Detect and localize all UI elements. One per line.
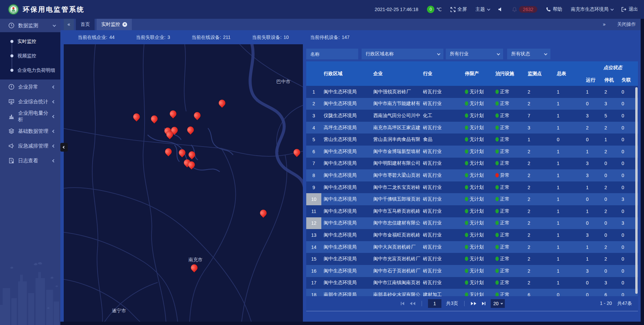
region-select[interactable]: 行政区域名称 — [362, 49, 443, 59]
next-page-button[interactable] — [471, 301, 477, 306]
cell-running: 1 — [584, 209, 602, 214]
tab-home[interactable]: 首页 — [76, 19, 95, 30]
chevron-left-icon — [52, 100, 56, 103]
status-dot-icon — [495, 90, 499, 94]
cell-company: 南部县砂化水泥有限公 — [371, 292, 421, 296]
table-row[interactable]: 12阆中生态环境局阆中市忠信建材有限公砖瓦行业无计划正常21003 — [306, 217, 638, 229]
mute-button[interactable] — [498, 7, 503, 12]
table-row[interactable]: 3仪陇生态环境局西南油气田分公司川中化工无计划正常71350 — [306, 110, 638, 122]
cell-pollution-facility: 正常 — [493, 280, 525, 286]
status-dot-icon — [465, 257, 468, 261]
table-row[interactable]: 7阆中生态环境局阆中明阳建材有限公司砖瓦行业无计划正常21300 — [306, 158, 638, 170]
cell-monitor-points: 7 — [525, 113, 554, 118]
sidebar-item-7[interactable]: 日志查看 — [0, 153, 60, 168]
sidebar-item-1[interactable]: 数据监测 — [0, 19, 60, 32]
notifications[interactable]: 2632 — [512, 6, 537, 13]
col-pollution-facility: 治污设施 — [493, 71, 525, 77]
table-row[interactable]: 17阆中生态环境局阆中市江南镇阆南页岩砖瓦行业无计划正常21030 — [306, 277, 638, 289]
table-row[interactable]: 11阆中生态环境局阆中市五马桥页岩机砖砖瓦行业无计划正常21120 — [306, 205, 638, 217]
cell-industry: 砖瓦行业 — [421, 244, 463, 250]
table-row[interactable]: 14阆中生态环境局阆中大兴页岩机砖厂砖瓦行业无计划正常21120 — [306, 241, 638, 253]
cell-total-meter: 0 — [554, 137, 584, 142]
tabs-scroll-right-button[interactable]: » — [603, 22, 606, 27]
sidebar-collapse-handle[interactable] — [60, 143, 68, 152]
chevron-left-icon — [52, 144, 56, 148]
timeline-dot-icon — [10, 54, 13, 57]
cell-stopped: 2 — [602, 209, 619, 214]
status-select[interactable]: 所有状态 — [507, 49, 550, 59]
cell-stopped: 2 — [602, 185, 619, 190]
cell-pollution-facility: 异常 — [493, 172, 525, 178]
first-page-icon — [400, 301, 405, 306]
cell-monitor-points: 2 — [525, 161, 554, 166]
cell-stop-production: 无计划 — [463, 256, 493, 262]
tabs-scroll-left-button[interactable]: « — [64, 19, 74, 30]
table-row[interactable]: 4高坪生态环境局南充市高坪区王家店建砖瓦行业无计划正常31220 — [306, 122, 638, 134]
close-operations-button[interactable]: 关闭操作 — [617, 21, 636, 28]
cell-running: 0 — [584, 220, 602, 226]
table-row[interactable]: 6阆中生态环境局阆中市金博瑞新型墙材砖瓦行业无计划正常21120 — [306, 146, 638, 158]
sidebar-item-5[interactable]: 基础数据管理 — [0, 124, 60, 139]
cell-pollution-facility: 正常 — [493, 113, 525, 119]
sidebar-subitem-企业电力负荷明细[interactable]: 企业电力负荷明细 — [0, 63, 60, 77]
cell-stopped: 6 — [602, 292, 619, 296]
logout-button[interactable]: 退出 — [622, 6, 638, 12]
first-page-button[interactable] — [400, 301, 405, 306]
fullscreen-button[interactable]: 全屏 — [450, 6, 467, 12]
layers-icon — [8, 128, 14, 134]
table-scrollbar[interactable] — [635, 87, 638, 294]
table-row[interactable]: 5营山生态环境局营山县润丰肉食品有限食品无计划正常10010 — [306, 133, 638, 146]
industry-select[interactable]: 所有行业 — [446, 49, 503, 59]
table-row[interactable]: 15阆中生态环境局阆中市光富页岩机砖厂砖瓦行业无计划正常21120 — [306, 253, 638, 265]
notification-count-badge: 2632 — [519, 6, 537, 13]
chevron-left-icon — [63, 146, 65, 149]
cell-region: 仪陇生态环境局 — [321, 113, 371, 119]
fullscreen-icon — [450, 7, 455, 12]
sidebar-item-label: 基础数据管理 — [18, 128, 53, 134]
cell-region: 阆中生态环境局 — [321, 184, 371, 191]
sidebar-item-6[interactable]: 应急减排管理 — [0, 139, 60, 153]
sidebar-item-2[interactable]: 企业异常 — [0, 79, 60, 94]
close-tab-icon[interactable]: × — [122, 22, 127, 27]
cell-index: 9 — [306, 181, 321, 194]
prev-page-button[interactable] — [410, 301, 416, 306]
org-name: 南充市生态环境局 — [571, 6, 608, 12]
sidebar-subitem-实时监控[interactable]: 实时监控 — [0, 34, 60, 49]
tab-realtime-monitor[interactable]: 实时监控 × — [97, 19, 132, 30]
sidebar-item-3[interactable]: 企业综合统计 — [0, 94, 60, 109]
table-row[interactable]: 16阆中生态环境局阆中市石子页岩机砖厂砖瓦行业无计划正常21300 — [306, 265, 638, 277]
cell-pollution-facility: 正常 — [493, 244, 525, 250]
cell-index: 14 — [306, 241, 321, 253]
table-row[interactable]: 2阆中生态环境局阆中市南方节能建材有砖瓦行业无计划正常21030 — [306, 98, 638, 110]
sidebar-item-4[interactable]: 企业用电量分析 — [0, 109, 60, 124]
cell-industry: 砖瓦行业 — [421, 256, 463, 262]
chevron-left-icon — [52, 85, 56, 89]
last-page-button[interactable] — [481, 301, 486, 306]
table-row[interactable]: 1阆中生态环境局阆中强锐页岩砖厂砖瓦行业无计划正常21120 — [306, 86, 638, 98]
cell-stopped: 2 — [602, 89, 619, 95]
table-row[interactable]: 18南部生态环境局南部县砂化水泥有限公建材加工无计划正常60060 — [306, 289, 638, 296]
cell-region: 阆中生态环境局 — [321, 101, 371, 107]
theme-dropdown[interactable]: 主题 — [476, 6, 489, 12]
cell-region: 阆中生态环境局 — [321, 232, 371, 238]
cell-company: 阆中市五马桥页岩机砖 — [371, 208, 421, 214]
page-size-select[interactable]: 20 — [491, 299, 505, 308]
org-dropdown[interactable]: 南充市生态环境局 — [571, 6, 613, 12]
cell-index: 2 — [306, 98, 321, 110]
filter-bar: 行政区域名称 所有行业 所有状态 — [306, 49, 638, 59]
cell-total-meter: 1 — [554, 101, 584, 106]
help-button[interactable]: 帮助 — [546, 6, 562, 12]
city-label-遂宁市: 遂宁市 — [112, 308, 126, 314]
cell-stop-production: 无计划 — [463, 280, 493, 286]
table-row[interactable]: 8阆中生态环境局阆中市枣碧大梁山页岩砖瓦行业无计划异常21300 — [306, 169, 638, 181]
cell-company: 南充市高坪区王家店建 — [371, 125, 421, 131]
table-row[interactable]: 13阆中生态环境局阆中市金福旺页岩机砖砖瓦行业无计划正常21300 — [306, 229, 638, 241]
page-number-input[interactable]: 1 — [428, 299, 441, 308]
table-row[interactable]: 10阆中生态环境局阆中千佛镇五郎垭页岩砖瓦行业无计划正常21003 — [306, 193, 638, 205]
cell-monitor-points: 2 — [525, 220, 554, 226]
table-row[interactable]: 9阆中生态环境局阆中市二龙长宝页岩砖砖瓦行业无计划正常21120 — [306, 181, 638, 194]
map-panel[interactable]: 巴中市南充市遂宁市 — [64, 44, 303, 322]
name-search-input[interactable] — [306, 49, 358, 59]
alert-circle-icon — [8, 84, 14, 90]
sidebar-subitem-视频监控[interactable]: 视频监控 — [0, 49, 60, 63]
